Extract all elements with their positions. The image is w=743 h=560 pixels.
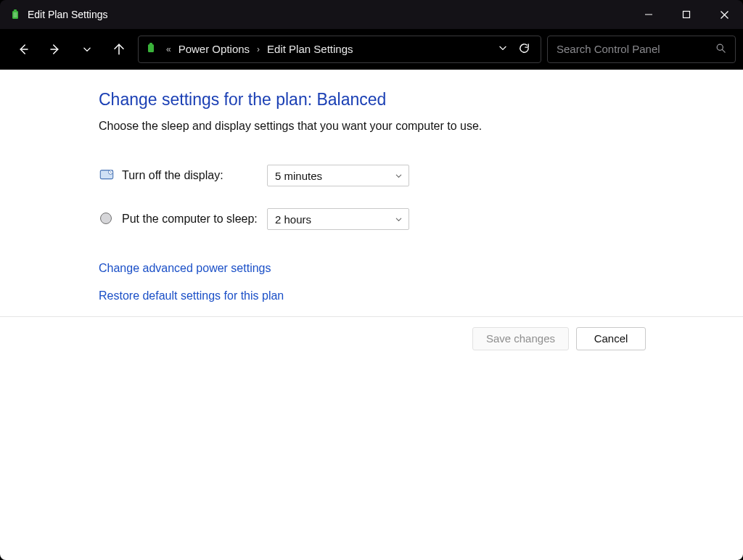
display-off-select[interactable]: 5 minutes xyxy=(267,165,409,186)
up-button[interactable] xyxy=(106,36,132,62)
sleep-value: 2 hours xyxy=(275,213,311,226)
advanced-settings-link[interactable]: Change advanced power settings xyxy=(99,262,650,275)
page-heading: Change settings for the plan: Balanced xyxy=(99,90,650,110)
breadcrumb-parent[interactable]: Power Options xyxy=(178,43,250,55)
overflow-chevron-icon[interactable]: « xyxy=(163,44,174,54)
cancel-button[interactable]: Cancel xyxy=(576,327,646,350)
moon-icon xyxy=(99,211,115,227)
display-off-label: Turn off the display: xyxy=(122,169,267,182)
monitor-icon xyxy=(99,168,115,184)
forward-button[interactable] xyxy=(42,36,68,62)
minimize-button[interactable] xyxy=(630,0,668,29)
maximize-button[interactable] xyxy=(668,0,705,29)
save-button[interactable]: Save changes xyxy=(472,327,569,350)
recent-locations-button[interactable] xyxy=(74,36,100,62)
setting-row-sleep: Put the computer to sleep: 2 hours xyxy=(99,208,650,230)
svg-rect-4 xyxy=(684,12,690,18)
chevron-down-icon[interactable] xyxy=(498,43,508,55)
titlebar: Edit Plan Settings xyxy=(0,0,743,29)
svg-line-17 xyxy=(111,172,112,173)
sleep-select[interactable]: 2 hours xyxy=(267,208,409,230)
svg-rect-11 xyxy=(149,43,152,45)
search-placeholder: Search Control Panel xyxy=(557,43,715,55)
page-subheading: Choose the sleep and display settings th… xyxy=(99,120,650,133)
chevron-down-icon xyxy=(395,170,403,182)
window-title: Edit Plan Settings xyxy=(28,9,108,20)
svg-rect-1 xyxy=(14,9,17,12)
svg-line-13 xyxy=(722,49,725,52)
setting-row-display: Turn off the display: 5 minutes xyxy=(99,165,650,186)
breadcrumb-current[interactable]: Edit Plan Settings xyxy=(267,43,353,55)
content-area: Change settings for the plan: Balanced C… xyxy=(0,70,743,560)
restore-defaults-link[interactable]: Restore default settings for this plan xyxy=(99,289,650,302)
close-button[interactable] xyxy=(705,0,743,29)
navbar: « Power Options › Edit Plan Settings Sea… xyxy=(0,29,743,70)
battery-icon xyxy=(10,9,22,20)
svg-point-18 xyxy=(101,213,112,224)
display-off-value: 5 minutes xyxy=(275,170,322,182)
search-icon xyxy=(715,43,726,56)
chevron-right-icon: › xyxy=(254,44,263,54)
back-button[interactable] xyxy=(10,36,36,62)
svg-rect-10 xyxy=(148,44,154,52)
battery-icon xyxy=(143,42,157,56)
sleep-label: Put the computer to sleep: xyxy=(122,213,267,226)
search-input[interactable]: Search Control Panel xyxy=(547,36,736,63)
address-bar[interactable]: « Power Options › Edit Plan Settings xyxy=(138,36,541,63)
button-bar: Save changes Cancel xyxy=(0,316,743,360)
refresh-button[interactable] xyxy=(518,42,530,57)
chevron-down-icon xyxy=(395,213,403,226)
svg-rect-2 xyxy=(14,12,17,17)
